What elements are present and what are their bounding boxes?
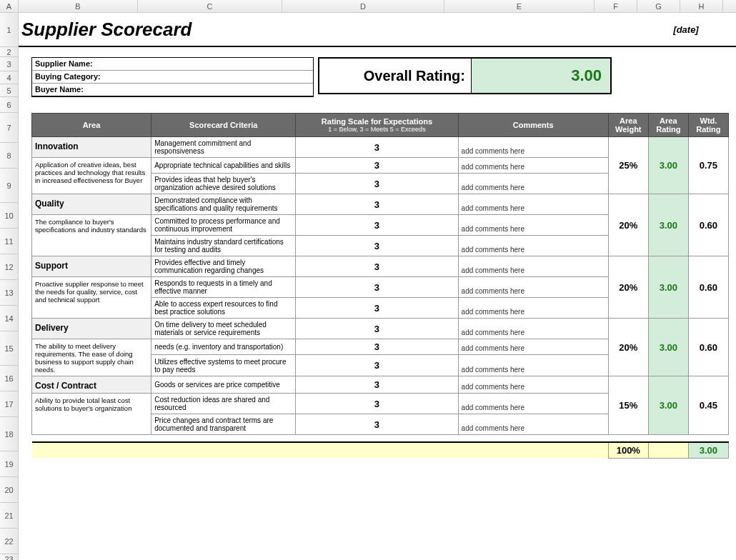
criteria-cell[interactable]: needs (e.g. inventory and transportation… [151, 339, 296, 355]
totals-row: 100%3.00 [32, 442, 729, 459]
row-header-16[interactable]: 16 [0, 366, 18, 391]
comments-cell[interactable]: add comments here [458, 277, 608, 298]
area-weight[interactable]: 25% [608, 137, 648, 194]
area-title: Delivery [32, 319, 151, 339]
criteria-cell[interactable]: Responds to requests in a timely and eff… [151, 277, 296, 298]
row-header-11[interactable]: 11 [0, 229, 18, 254]
table-row: InnovationManagement commitment and resp… [32, 137, 729, 158]
comments-cell[interactable]: add comments here [458, 194, 608, 215]
row-header-6[interactable]: 6 [0, 97, 18, 113]
comments-cell[interactable]: add comments here [458, 215, 608, 236]
row-header-7[interactable]: 7 [0, 113, 18, 143]
criteria-cell[interactable]: On time delivery to meet scheduled mater… [151, 319, 296, 339]
row-header-8[interactable]: 8 [0, 143, 18, 169]
col-header-C[interactable]: C [138, 0, 282, 12]
criteria-cell[interactable]: Provides ideas that help buyer's organiz… [151, 174, 296, 194]
comments-cell[interactable]: add comments here [458, 256, 608, 277]
info-section: Supplier Name: Buying Category: Buyer Na… [19, 57, 736, 97]
header-area-rating: Area Rating [648, 114, 688, 137]
col-header-H[interactable]: H [680, 0, 723, 12]
wtd-rating: 0.60 [688, 319, 728, 376]
comments-cell[interactable]: add comments here [458, 137, 608, 158]
rating-cell[interactable]: 3 [296, 256, 458, 277]
row-header-3[interactable]: 3 [0, 57, 18, 71]
rating-cell[interactable]: 3 [296, 414, 458, 435]
col-header-E[interactable]: E [444, 0, 595, 12]
criteria-cell[interactable]: Committed to process performance and con… [151, 215, 296, 236]
row-header-17[interactable]: 17 [0, 391, 18, 417]
area-weight[interactable]: 20% [608, 256, 648, 319]
criteria-cell[interactable]: Cost reduction ideas are shared and reso… [151, 394, 296, 414]
criteria-cell[interactable]: Price changes and contract terms are doc… [151, 414, 296, 435]
comments-cell[interactable]: add comments here [458, 376, 608, 394]
criteria-cell[interactable]: Maintains industry standard certificatio… [151, 236, 296, 256]
rating-cell[interactable]: 3 [296, 355, 458, 376]
rating-cell[interactable]: 3 [296, 394, 458, 414]
rating-cell[interactable]: 3 [296, 236, 458, 256]
row-header-18[interactable]: 18 [0, 417, 18, 451]
supplier-name-field[interactable]: Supplier Name: [32, 58, 313, 71]
header-rating-sub: 1 = Below, 3 = Meets 5 = Exceeds [300, 126, 453, 133]
comments-cell[interactable]: add comments here [458, 158, 608, 174]
header-weight: Area Weight [608, 114, 648, 137]
criteria-cell[interactable]: Provides effective and timely communicat… [151, 256, 296, 277]
buyer-name-field[interactable]: Buyer Name: [32, 84, 313, 96]
rating-cell[interactable]: 3 [296, 174, 458, 194]
wtd-rating: 0.60 [688, 256, 728, 319]
row-header-15[interactable]: 15 [0, 331, 18, 366]
date-placeholder[interactable]: [date] [636, 24, 736, 35]
row-header-13[interactable]: 13 [0, 280, 18, 306]
wtd-rating: 0.60 [688, 194, 728, 256]
comments-cell[interactable]: add comments here [458, 414, 608, 435]
row-header-1[interactable]: 1 [0, 13, 18, 47]
rating-cell[interactable]: 3 [296, 194, 458, 215]
criteria-cell[interactable]: Appropriate technical capabilities and s… [151, 158, 296, 174]
row-header-12[interactable]: 12 [0, 254, 18, 280]
row-header-23[interactable]: 23 [0, 554, 18, 560]
rating-cell[interactable]: 3 [296, 158, 458, 174]
buying-category-field[interactable]: Buying Category: [32, 71, 313, 84]
col-header-B[interactable]: B [19, 0, 138, 12]
comments-cell[interactable]: add comments here [458, 319, 608, 339]
row-header-20[interactable]: 20 [0, 477, 18, 503]
comments-cell[interactable]: add comments here [458, 298, 608, 319]
spreadsheet-content: Supplier Scorecard [date] Supplier Name:… [19, 13, 736, 560]
row-header-2[interactable]: 2 [0, 47, 18, 57]
rating-cell[interactable]: 3 [296, 215, 458, 236]
row-header-22[interactable]: 22 [0, 529, 18, 554]
col-header-D[interactable]: D [282, 0, 444, 12]
comments-cell[interactable]: add comments here [458, 236, 608, 256]
row-header-21[interactable]: 21 [0, 503, 18, 529]
area-weight[interactable]: 20% [608, 319, 648, 376]
rating-cell[interactable]: 3 [296, 277, 458, 298]
area-rating: 3.00 [648, 194, 688, 256]
rating-cell[interactable]: 3 [296, 319, 458, 339]
row-header-14[interactable]: 14 [0, 306, 18, 331]
criteria-cell[interactable]: Utilizes effective systems to meet procu… [151, 355, 296, 376]
rating-cell[interactable]: 3 [296, 137, 458, 158]
area-weight[interactable]: 20% [608, 194, 648, 256]
area-description: Application of creative ideas, best prac… [32, 158, 151, 194]
rating-cell[interactable]: 3 [296, 298, 458, 319]
criteria-cell[interactable]: Goods or services are price competitive [151, 376, 296, 394]
col-header-F[interactable]: F [595, 0, 637, 12]
col-header-A[interactable]: A [0, 0, 19, 12]
title-row: Supplier Scorecard [date] [19, 13, 736, 47]
col-header-G[interactable]: G [637, 0, 680, 12]
criteria-cell[interactable]: Able to access expert resources to find … [151, 298, 296, 319]
comments-cell[interactable]: add comments here [458, 339, 608, 355]
area-rating: 3.00 [648, 376, 688, 435]
row-header-19[interactable]: 19 [0, 451, 18, 477]
rating-cell[interactable]: 3 [296, 376, 458, 394]
row-header-5[interactable]: 5 [0, 84, 18, 97]
row-header-9[interactable]: 9 [0, 169, 18, 203]
comments-cell[interactable]: add comments here [458, 355, 608, 376]
area-weight[interactable]: 15% [608, 376, 648, 435]
criteria-cell[interactable]: Demonstrated compliance with specificati… [151, 194, 296, 215]
criteria-cell[interactable]: Management commitment and responsiveness [151, 137, 296, 158]
comments-cell[interactable]: add comments here [458, 174, 608, 194]
row-header-4[interactable]: 4 [0, 71, 18, 84]
row-header-10[interactable]: 10 [0, 203, 18, 229]
rating-cell[interactable]: 3 [296, 339, 458, 355]
comments-cell[interactable]: add comments here [458, 394, 608, 414]
